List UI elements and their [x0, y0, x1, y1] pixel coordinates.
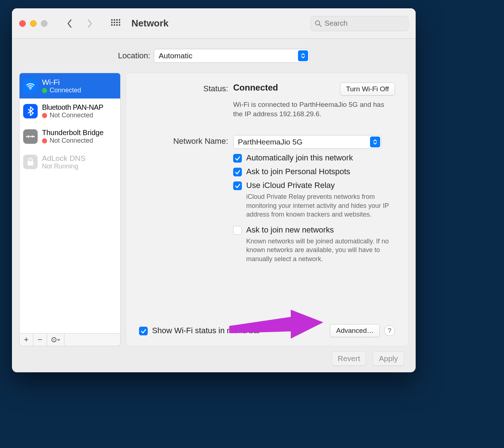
svg-point-8: [111, 24, 113, 26]
footer-buttons: Revert Apply: [19, 346, 408, 366]
wifi-icon: [23, 79, 38, 93]
svg-point-5: [114, 21, 116, 23]
ask-hotspot-option[interactable]: Ask to join Personal Hotspots: [233, 167, 395, 176]
status-value: Connected: [233, 83, 278, 93]
svg-point-4: [111, 21, 113, 23]
back-button[interactable]: [62, 16, 77, 31]
svg-point-1: [114, 19, 116, 21]
select-stepper-icon: [298, 50, 308, 61]
network-name-value: ParthHeemaJio 5G: [238, 138, 303, 146]
auto-join-label: Automatically join this network: [246, 153, 353, 163]
status-label: Status:: [139, 83, 228, 96]
ask-hotspot-label: Ask to join Personal Hotspots: [246, 167, 350, 176]
remove-service-button[interactable]: −: [33, 334, 47, 346]
service-adlock-dns[interactable]: AdLock DNS Not Running: [20, 149, 120, 175]
network-name-label: Network Name:: [139, 135, 228, 263]
svg-point-16: [33, 136, 35, 137]
checkbox-checked-icon[interactable]: [139, 327, 148, 335]
service-list-toolbar: + −: [19, 334, 121, 346]
checkbox-checked-icon[interactable]: [233, 181, 242, 190]
service-name: Thunderbolt Bridge: [42, 128, 104, 137]
svg-point-6: [116, 21, 118, 23]
svg-point-7: [119, 21, 121, 23]
svg-rect-17: [28, 161, 33, 166]
checkbox-checked-icon[interactable]: [233, 154, 242, 163]
status-dot-icon: [42, 113, 47, 118]
revert-button[interactable]: Revert: [332, 351, 366, 366]
private-relay-label: Use iCloud Private Relay: [246, 181, 335, 190]
ask-new-label: Ask to join new networks: [246, 225, 334, 235]
grid-icon: [110, 18, 121, 29]
service-status: Not Connected: [50, 112, 93, 120]
search-icon: [315, 20, 322, 28]
svg-point-19: [53, 339, 54, 340]
status-description: Wi-Fi is connected to ParthHeemaJio 5G a…: [233, 100, 385, 118]
svg-line-13: [319, 25, 321, 26]
close-window-button[interactable]: [19, 20, 26, 27]
action-menu-icon: [51, 336, 61, 343]
private-relay-description: iCloud Private Relay prevents networks f…: [246, 192, 391, 219]
svg-point-14: [30, 88, 31, 90]
service-status: Not Running: [42, 163, 78, 171]
preferences-window: Network Location: Automatic: [12, 8, 416, 372]
wifi-toggle-button[interactable]: Turn Wi-Fi Off: [340, 83, 395, 96]
service-list[interactable]: Wi-Fi Connected Bluetooth PAN-NAP Not Co…: [19, 73, 121, 334]
show-menubar-label: Show Wi-Fi status in menu bar: [152, 326, 261, 335]
svg-point-0: [111, 19, 113, 21]
content-area: Location: Automatic Wi-Fi: [12, 39, 416, 372]
search-field[interactable]: [311, 16, 408, 31]
location-value: Automatic: [159, 51, 192, 60]
svg-point-3: [119, 19, 121, 21]
search-input[interactable]: [325, 19, 404, 28]
thunderbolt-bridge-icon: [23, 129, 38, 144]
svg-point-2: [116, 19, 118, 21]
titlebar: Network: [12, 8, 416, 39]
service-status: Connected: [50, 87, 81, 95]
chevron-right-icon: [86, 18, 93, 29]
forward-button[interactable]: [82, 16, 97, 31]
service-wifi[interactable]: Wi-Fi Connected: [20, 73, 120, 99]
status-dot-icon: [42, 88, 47, 93]
location-row: Location: Automatic: [19, 49, 408, 63]
service-thunderbolt-bridge[interactable]: Thunderbolt Bridge Not Connected: [20, 124, 120, 149]
apply-button[interactable]: Apply: [373, 351, 404, 366]
minimize-window-button[interactable]: [30, 20, 37, 27]
checkbox-unchecked-icon[interactable]: [233, 226, 242, 235]
auto-join-option[interactable]: Automatically join this network: [233, 153, 395, 163]
service-name: Bluetooth PAN-NAP: [42, 103, 103, 112]
detail-pane: Status: Connected Turn Wi-Fi Off Wi-Fi i…: [126, 73, 408, 346]
lock-icon: [23, 155, 38, 169]
chevron-left-icon: [66, 18, 73, 29]
ask-new-networks-option[interactable]: Ask to join new networks: [233, 225, 395, 235]
network-name-select[interactable]: ParthHeemaJio 5G: [233, 135, 382, 149]
service-actions-menu[interactable]: [47, 334, 64, 346]
show-menubar-option[interactable]: Show Wi-Fi status in menu bar: [139, 326, 261, 335]
location-label: Location:: [118, 51, 150, 60]
show-all-button[interactable]: [108, 16, 123, 31]
help-button[interactable]: ?: [384, 325, 395, 336]
svg-point-11: [119, 24, 121, 26]
bluetooth-icon: [23, 104, 38, 118]
status-dot-icon: [42, 138, 47, 143]
checkbox-checked-icon[interactable]: [233, 168, 242, 176]
svg-point-10: [116, 24, 118, 26]
page-title: Network: [131, 18, 169, 29]
service-name: Wi-Fi: [42, 78, 81, 87]
svg-point-15: [26, 136, 28, 137]
service-status: Not Connected: [50, 137, 93, 145]
location-select[interactable]: Automatic: [154, 49, 310, 63]
select-stepper-icon: [370, 137, 380, 147]
traffic-lights: [19, 20, 47, 27]
svg-point-12: [315, 21, 320, 25]
zoom-window-button[interactable]: [41, 20, 47, 27]
add-service-button[interactable]: +: [20, 334, 33, 346]
svg-point-9: [114, 24, 116, 26]
private-relay-option[interactable]: Use iCloud Private Relay: [233, 181, 395, 190]
service-bluetooth-pan[interactable]: Bluetooth PAN-NAP Not Connected: [20, 99, 120, 124]
ask-new-description: Known networks will be joined automatica…: [246, 237, 391, 263]
service-name: AdLock DNS: [42, 154, 85, 163]
services-sidebar: Wi-Fi Connected Bluetooth PAN-NAP Not Co…: [19, 73, 121, 346]
advanced-button[interactable]: Advanced…: [330, 324, 380, 337]
